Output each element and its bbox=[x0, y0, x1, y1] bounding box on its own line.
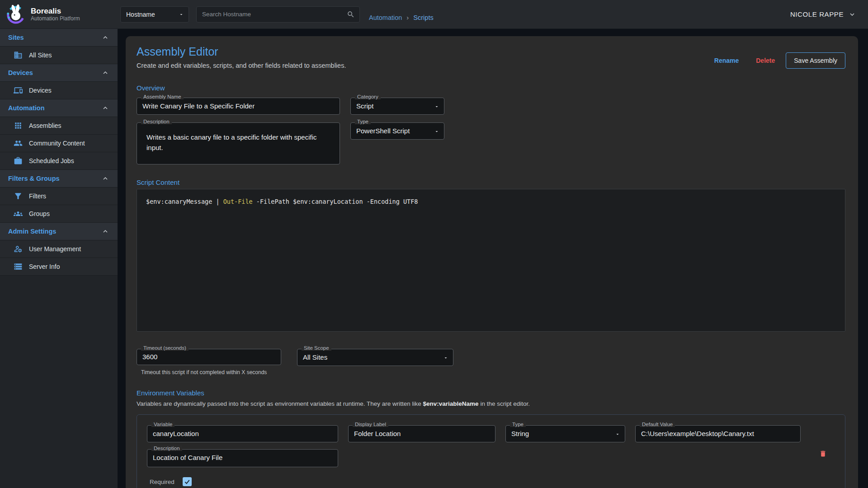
trash-icon bbox=[819, 449, 827, 458]
environment-variable-card: Variable canaryLocation Display Label Fo… bbox=[137, 414, 845, 488]
caret-down-icon bbox=[443, 355, 448, 361]
search-hostname-input[interactable] bbox=[202, 11, 347, 18]
timeout-field[interactable]: Timeout (seconds) 3600 bbox=[137, 349, 281, 365]
sidebar-section-title: Filters & Groups bbox=[8, 175, 60, 182]
assembly-name-field[interactable]: Assembly Name Write Canary File to a Spe… bbox=[137, 98, 340, 115]
site-scope-select[interactable]: Site Scope All Sites bbox=[297, 349, 453, 366]
hostname-select-value: Hostname bbox=[126, 11, 155, 18]
header-actions: Rename Delete Save Assembly bbox=[708, 52, 845, 69]
required-label: Required bbox=[150, 479, 175, 485]
sidebar-section-devices[interactable]: Devices bbox=[0, 64, 118, 82]
sidebar-item-assemblies[interactable]: Assemblies bbox=[0, 117, 118, 135]
breadcrumb-scripts[interactable]: Scripts bbox=[413, 14, 433, 21]
people-icon bbox=[14, 139, 23, 148]
description-field[interactable]: Description Writes a basic canary file t… bbox=[137, 122, 340, 164]
sidebar-item-server-info[interactable]: Server Info bbox=[0, 258, 118, 276]
brand-tagline: Automation Platform bbox=[31, 15, 80, 22]
devices-icon bbox=[14, 86, 23, 95]
sidebar-item-devices[interactable]: Devices bbox=[0, 82, 118, 99]
chevron-up-icon bbox=[101, 227, 109, 235]
user-menu[interactable]: NICOLE RAPPE bbox=[790, 10, 856, 19]
sidebar-item-scheduled-jobs[interactable]: Scheduled Jobs bbox=[0, 152, 118, 170]
borealis-logo-icon bbox=[5, 4, 26, 25]
code-cmdlet: Out-File bbox=[223, 198, 253, 205]
timeout-value: 3600 bbox=[137, 349, 281, 361]
script-editor[interactable]: $env:canaryMessage | Out-File -FilePath … bbox=[137, 189, 845, 332]
sidebar-section-filters-groups[interactable]: Filters & Groups bbox=[0, 170, 118, 188]
variable-type-label: Type bbox=[510, 422, 526, 427]
type-label: Type bbox=[355, 119, 371, 124]
sidebar-item-user-management[interactable]: User Management bbox=[0, 240, 118, 258]
page-subtitle: Create and edit variables, scripts, and … bbox=[137, 62, 346, 69]
display-label-label: Display Label bbox=[353, 422, 388, 427]
save-assembly-button[interactable]: Save Assembly bbox=[786, 52, 845, 69]
sidebar-section-admin-settings[interactable]: Admin Settings bbox=[0, 223, 118, 240]
description-value: Writes a basic canary file to a specific… bbox=[137, 123, 327, 153]
top-bar: Borealis Automation Platform Hostname Au… bbox=[0, 0, 868, 29]
breadcrumb-automation[interactable]: Automation bbox=[369, 14, 402, 21]
assembly-name-value: Write Canary File to a Specific Folder bbox=[137, 98, 340, 110]
environment-variables-description: Variables are dynamically passed into th… bbox=[137, 400, 845, 407]
category-value: Script bbox=[351, 98, 444, 110]
overview-heading: Overview bbox=[137, 84, 845, 92]
display-label-field[interactable]: Display Label Folder Location bbox=[348, 425, 495, 442]
variable-field[interactable]: Variable canaryLocation bbox=[147, 425, 338, 442]
borealis-app: Borealis Automation Platform Hostname Au… bbox=[0, 0, 868, 488]
variable-description-field[interactable]: Description Location of Canary File bbox=[147, 449, 338, 467]
caret-down-icon bbox=[615, 432, 620, 437]
server-icon bbox=[14, 262, 23, 271]
caret-down-icon bbox=[434, 104, 439, 109]
chevron-down-icon bbox=[848, 10, 856, 19]
sidebar-section-title: Sites bbox=[8, 34, 24, 41]
required-row: Required bbox=[147, 477, 835, 486]
variable-value: canaryLocation bbox=[147, 426, 338, 437]
sidebar-item-label: Community Content bbox=[29, 140, 85, 147]
sidebar-item-label: Assemblies bbox=[29, 122, 61, 129]
sidebar-item-label: Filters bbox=[29, 192, 46, 200]
env-desc-variable-name: $env:variableName bbox=[423, 400, 479, 407]
sidebar-section-title: Automation bbox=[8, 104, 45, 112]
hostname-select[interactable]: Hostname bbox=[120, 6, 189, 23]
rename-button[interactable]: Rename bbox=[708, 53, 745, 68]
required-checkbox[interactable] bbox=[183, 477, 192, 486]
variable-description-value: Location of Canary File bbox=[147, 450, 338, 461]
delete-button[interactable]: Delete bbox=[750, 53, 781, 68]
variable-type-value: String bbox=[506, 426, 625, 437]
site-scope-value: All Sites bbox=[297, 349, 453, 361]
breadcrumb-separator-icon: › bbox=[406, 14, 409, 21]
briefcase-icon bbox=[14, 156, 23, 165]
delete-variable-button[interactable] bbox=[817, 447, 829, 461]
default-value-field[interactable]: Default Value C:\Users\example\Desktop\C… bbox=[635, 425, 801, 442]
breadcrumb: Automation › Scripts bbox=[369, 14, 434, 21]
search-icon bbox=[347, 10, 355, 19]
sidebar-item-groups[interactable]: Groups bbox=[0, 205, 118, 223]
code-segment: $env:canaryMessage | bbox=[146, 198, 223, 205]
funnel-icon bbox=[14, 192, 23, 201]
brand: Borealis Automation Platform bbox=[0, 4, 118, 25]
chevron-up-icon bbox=[101, 69, 109, 77]
sidebar-item-label: User Management bbox=[29, 245, 81, 253]
sidebar-item-label: Server Info bbox=[29, 263, 60, 270]
sidebar-section-sites[interactable]: Sites bbox=[0, 29, 118, 47]
sidebar-section-title: Devices bbox=[8, 69, 33, 76]
sidebar-item-community-content[interactable]: Community Content bbox=[0, 135, 118, 152]
chevron-up-icon bbox=[101, 33, 109, 42]
sidebar-item-label: All Sites bbox=[29, 52, 52, 59]
variable-type-select[interactable]: Type String bbox=[505, 425, 625, 442]
sidebar-item-all-sites[interactable]: All Sites bbox=[0, 47, 118, 64]
variable-label: Variable bbox=[151, 422, 175, 427]
type-select[interactable]: Type PowerShell Script bbox=[350, 122, 444, 140]
groups-icon bbox=[14, 209, 23, 218]
category-select[interactable]: Category Script bbox=[350, 98, 444, 115]
env-desc-segment: Variables are dynamically passed into th… bbox=[137, 400, 423, 407]
chevron-up-icon bbox=[101, 104, 109, 112]
sidebar-item-filters[interactable]: Filters bbox=[0, 188, 118, 205]
assembly-editor-card: Assembly Editor Create and edit variable… bbox=[126, 36, 858, 488]
search-hostname-box bbox=[196, 6, 360, 23]
sidebar-section-automation[interactable]: Automation bbox=[0, 99, 118, 117]
sidebar-item-label: Scheduled Jobs bbox=[29, 157, 74, 164]
sidebar-item-label: Devices bbox=[29, 87, 52, 94]
check-icon bbox=[184, 478, 191, 485]
type-value: PowerShell Script bbox=[351, 123, 444, 135]
apps-grid-icon bbox=[14, 121, 23, 130]
